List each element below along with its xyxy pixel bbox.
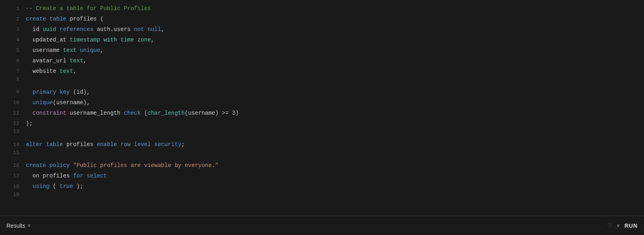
code-line: 12); <box>0 118 644 129</box>
results-section[interactable]: Results ∨ <box>6 223 31 229</box>
line-number: 12 <box>6 121 19 127</box>
run-section: ♡ ∨ RUN <box>607 221 638 230</box>
code-line: 13 <box>0 129 644 139</box>
line-number: 11 <box>6 110 19 116</box>
line-content: updated_at timestamp with time zone, <box>26 35 154 45</box>
line-number: 1 <box>6 6 19 12</box>
line-content: unique(username), <box>26 97 90 108</box>
results-label: Results <box>6 223 25 229</box>
run-chevron-icon[interactable]: ∨ <box>617 223 619 229</box>
line-number: 17 <box>6 173 19 179</box>
code-line: 15 <box>0 150 644 160</box>
line-content: create policy "Public profiles are viewa… <box>26 160 219 171</box>
run-button[interactable]: RUN <box>625 223 638 229</box>
line-content: avatar_url text, <box>26 56 87 66</box>
line-number: 19 <box>6 192 19 198</box>
line-content: -- Create a table for Public Profiles <box>26 3 151 14</box>
code-line: 7 website text, <box>0 66 644 76</box>
line-number: 15 <box>6 150 19 156</box>
line-content: id uuid references auth.users not null, <box>26 24 165 35</box>
line-content: website text, <box>26 66 76 76</box>
bottom-toolbar: Results ∨ ♡ ∨ RUN <box>0 216 644 235</box>
line-content: constraint username_length check (char_l… <box>26 108 239 118</box>
code-line: 18 using ( true ); <box>0 181 644 192</box>
line-content: primary key (id), <box>26 87 90 97</box>
code-line: 1-- Create a table for Public Profiles <box>0 3 644 14</box>
code-line: 14alter table profiles enable row level … <box>0 139 644 150</box>
line-number: 4 <box>6 37 19 43</box>
line-number: 8 <box>6 76 19 82</box>
code-line: 4 updated_at timestamp with time zone, <box>0 35 644 45</box>
line-number: 14 <box>6 142 19 148</box>
line-content: username text unique, <box>26 45 103 56</box>
code-line: 6 avatar_url text, <box>0 56 644 66</box>
code-line: 2create table profiles ( <box>0 14 644 24</box>
line-number: 16 <box>6 163 19 169</box>
code-line: 19 <box>0 192 644 202</box>
code-line: 16create policy "Public profiles are vie… <box>0 160 644 171</box>
line-number: 13 <box>6 129 19 135</box>
line-number: 3 <box>6 27 19 33</box>
results-chevron-icon[interactable]: ∨ <box>28 223 31 229</box>
line-content: using ( true ); <box>26 181 83 192</box>
code-line: 3 id uuid references auth.users not null… <box>0 24 644 35</box>
line-number: 2 <box>6 16 19 22</box>
line-content: on profiles for select <box>26 171 107 181</box>
line-number: 18 <box>6 183 19 190</box>
line-content: create table profiles ( <box>26 14 103 24</box>
code-line: 8 <box>0 76 644 87</box>
code-line: 9 primary key (id), <box>0 87 644 97</box>
heart-icon[interactable]: ♡ <box>607 221 612 230</box>
line-content: ); <box>26 118 33 129</box>
code-line: 5 username text unique, <box>0 45 644 56</box>
line-number: 9 <box>6 89 19 95</box>
line-number: 5 <box>6 47 19 54</box>
line-number: 10 <box>6 100 19 106</box>
code-line: 10 unique(username), <box>0 97 644 108</box>
code-editor[interactable]: 1-- Create a table for Public Profiles2c… <box>0 0 644 216</box>
line-content: alter table profiles enable row level se… <box>26 139 185 150</box>
line-number: 6 <box>6 58 19 64</box>
code-line: 11 constraint username_length check (cha… <box>0 108 644 118</box>
code-line: 17 on profiles for select <box>0 171 644 181</box>
line-number: 7 <box>6 68 19 74</box>
